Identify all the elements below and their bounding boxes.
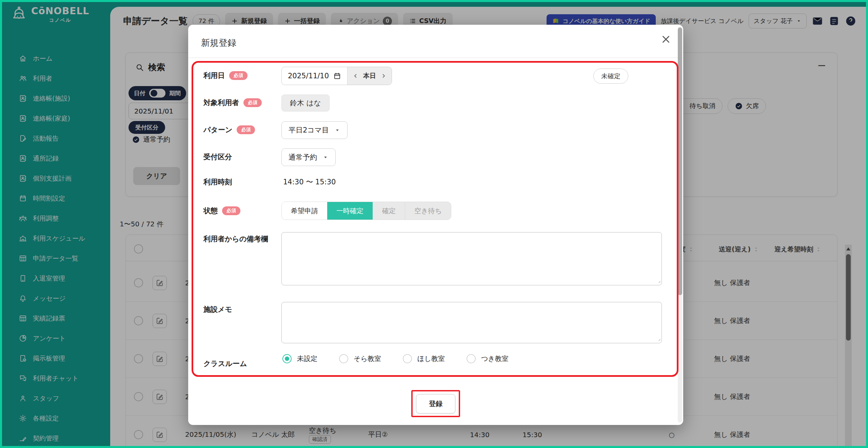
divider [188,58,678,58]
status-label: 状態必須 [203,206,240,216]
classroom-option-hoshi[interactable]: ほし教室 [403,354,445,363]
facility-memo-textarea[interactable] [281,302,662,343]
user-note-label: 利用者からの備考欄 [203,234,268,244]
required-badge: 必須 [243,98,262,107]
pattern-select[interactable]: 平日2コマ目 [281,121,348,139]
chevron-right-icon[interactable] [380,73,387,79]
status-segmented-control: 希望申請 一時確定 確定 空き待ち [281,202,451,220]
status-option-waitlist[interactable]: 空き待ち [405,202,451,220]
reception-label: 受付区分 [203,152,232,162]
radio-selected-icon[interactable] [282,354,292,363]
target-user-chip: 鈴木 はな [281,95,330,111]
radio-icon[interactable] [467,354,476,363]
classroom-option-unset[interactable]: 未設定 [282,354,317,363]
today-nav: 本日 [347,67,392,85]
modal-scrollbar-thumb[interactable] [678,27,682,295]
caret-down-icon [322,154,329,160]
pattern-label: パターン必須 [203,125,255,135]
target-user-label: 対象利用者必須 [203,98,262,107]
submit-button[interactable]: 登録 [416,394,455,413]
reception-select[interactable]: 通常予約 [281,148,336,166]
caret-down-icon [334,127,340,133]
required-badge: 必須 [229,71,248,80]
radio-icon[interactable] [403,354,412,363]
use-date-group: 2025/11/10 本日 [281,67,392,85]
resize-handle-icon[interactable] [656,337,661,341]
app-window: CōNOBELL コノベル ホーム 利用者 連絡帳(施設) 連絡帳(家庭) 活動… [0,0,868,448]
close-icon[interactable] [660,34,672,45]
unconfirmed-button[interactable]: 未確定 [593,68,628,84]
calendar-icon [333,72,341,80]
today-button[interactable]: 本日 [363,72,376,80]
classroom-label: クラスルーム [203,359,247,368]
status-option-request[interactable]: 希望申請 [282,202,327,220]
resize-handle-icon[interactable] [656,279,661,283]
modal-title: 新規登録 [201,37,236,49]
use-date-input[interactable]: 2025/11/10 [282,67,347,85]
required-badge: 必須 [237,125,255,134]
use-time-value: 14:30 〜 15:30 [283,177,336,187]
chevron-left-icon[interactable] [353,73,359,79]
new-registration-modal: 新規登録 利用日必須 2025/11/10 本日 未確定 対象利用者必須 鈴木 … [188,25,683,425]
radio-icon[interactable] [339,354,348,363]
status-option-confirmed[interactable]: 確定 [373,202,405,220]
user-note-textarea[interactable] [281,232,662,285]
use-time-label: 利用時刻 [203,177,232,187]
required-badge: 必須 [222,206,240,215]
classroom-option-tsuki[interactable]: つき教室 [467,354,509,363]
status-option-tentative[interactable]: 一時確定 [327,202,373,220]
classroom-radio-group: 未設定 そら教室 ほし教室 つき教室 [282,354,509,363]
modal-scrollbar[interactable] [678,27,682,423]
facility-memo-label: 施設メモ [203,305,232,314]
classroom-option-sora[interactable]: そら教室 [339,354,381,363]
use-date-label: 利用日必須 [203,71,248,80]
